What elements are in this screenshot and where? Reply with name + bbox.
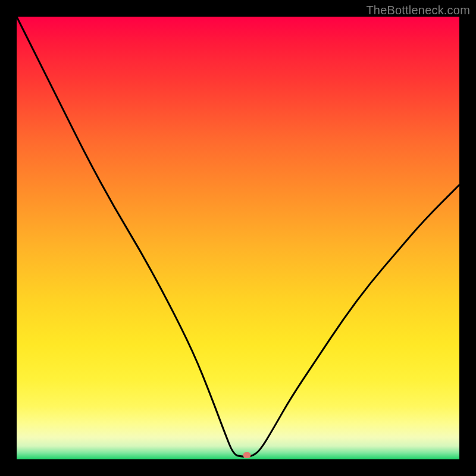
optimal-point-marker <box>243 452 250 458</box>
watermark-text: TheBottleneck.com <box>366 4 470 17</box>
bottleneck-curve <box>17 17 459 459</box>
chart-frame: TheBottleneck.com <box>0 0 476 476</box>
plot-area <box>17 17 459 459</box>
